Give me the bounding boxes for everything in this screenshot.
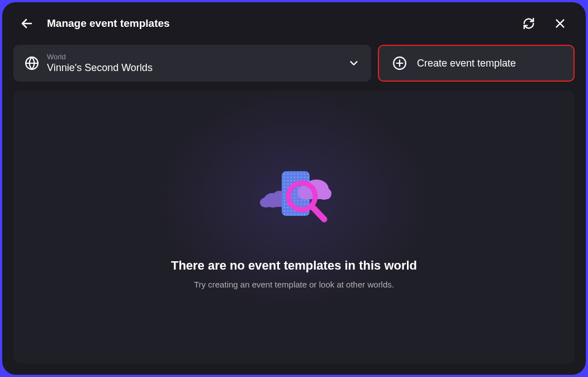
back-button[interactable]	[18, 15, 36, 32]
header: Manage event templates	[13, 13, 575, 34]
svg-rect-11	[260, 200, 284, 207]
world-label: World	[47, 53, 340, 61]
chevron-down-icon	[348, 57, 360, 69]
refresh-button[interactable]	[519, 13, 539, 34]
world-name: Vinnie's Second Worlds	[47, 62, 340, 74]
window: Manage event templates World	[2, 2, 586, 375]
globe-icon	[25, 56, 39, 70]
toolbar: World Vinnie's Second Worlds Create even…	[13, 45, 575, 82]
create-event-template-button[interactable]: Create event template	[378, 45, 575, 82]
close-icon	[554, 17, 566, 30]
svg-point-21	[291, 186, 312, 207]
world-text: World Vinnie's Second Worlds	[47, 53, 340, 74]
plus-circle-icon	[392, 56, 407, 70]
svg-line-20	[312, 206, 324, 219]
close-button[interactable]	[550, 13, 570, 34]
content-area: There are no event templates in this wor…	[13, 91, 575, 364]
empty-state-subtitle: Try creating an event template or look a…	[194, 280, 394, 289]
empty-state-title: There are no event templates in this wor…	[171, 258, 417, 273]
create-button-label: Create event template	[417, 58, 516, 69]
world-selector[interactable]: World Vinnie's Second Worlds	[13, 45, 371, 82]
empty-state-illustration	[249, 166, 339, 235]
page-title: Manage event templates	[47, 17, 508, 30]
refresh-icon	[523, 17, 535, 30]
arrow-left-icon	[20, 17, 34, 30]
